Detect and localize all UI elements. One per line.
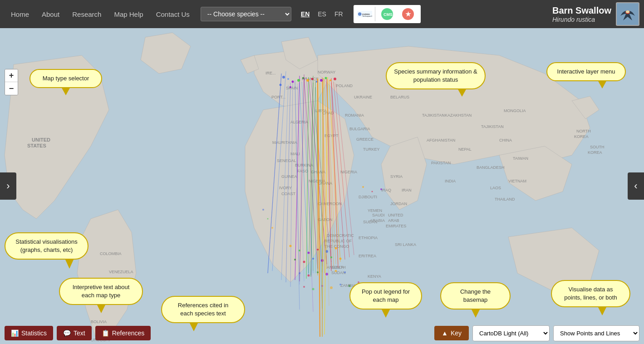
svg-point-136 bbox=[302, 77, 304, 79]
svg-text:CHINA: CHINA bbox=[499, 138, 512, 143]
navbar: Home About Research Map Help Contact Us … bbox=[0, 0, 644, 28]
tooltip-statistical: Statistical visualisations (graphs, char… bbox=[5, 232, 88, 260]
svg-text:YEMEN: YEMEN bbox=[368, 208, 382, 213]
references-button[interactable]: 📋 References bbox=[95, 326, 151, 340]
svg-text:JORDAN: JORDAN bbox=[390, 201, 407, 206]
species-latin-name: Hirundo rustica bbox=[552, 16, 611, 23]
svg-point-138 bbox=[311, 78, 314, 80]
svg-text:SAUDI: SAUDI bbox=[372, 213, 385, 217]
tooltip-pop-legend: Pop out legend for each map bbox=[349, 282, 422, 310]
cms-logo: CMS bbox=[378, 7, 396, 21]
svg-text:KOREA: KOREA bbox=[574, 134, 589, 139]
svg-text:ARAB: ARAB bbox=[388, 218, 399, 223]
svg-text:THAILAND: THAILAND bbox=[495, 197, 515, 201]
svg-point-169 bbox=[349, 285, 351, 287]
svg-point-149 bbox=[317, 249, 319, 251]
svg-text:PAKISTAN: PAKISTAN bbox=[431, 161, 451, 165]
svg-text:GUINEA: GUINEA bbox=[281, 174, 297, 179]
tooltip-map-type: Map type selector bbox=[29, 69, 102, 88]
svg-point-135 bbox=[297, 79, 300, 82]
svg-text:GREECE: GREECE bbox=[356, 137, 374, 142]
svg-text:TURKEY: TURKEY bbox=[363, 147, 380, 152]
svg-text:LAOS: LAOS bbox=[490, 186, 501, 190]
svg-text:IRE...: IRE... bbox=[265, 71, 276, 75]
svg-text:SYRIA: SYRIA bbox=[390, 174, 403, 179]
svg-text:ARABIA: ARABIA bbox=[370, 218, 385, 223]
svg-point-141 bbox=[325, 77, 327, 79]
svg-point-174 bbox=[262, 209, 264, 211]
svg-text:BELARUS: BELARUS bbox=[390, 95, 409, 99]
svg-text:SPAIN: SPAIN bbox=[286, 86, 298, 90]
svg-point-175 bbox=[267, 218, 269, 220]
references-label: References bbox=[112, 329, 145, 337]
svg-text:UNITED: UNITED bbox=[388, 213, 403, 217]
nav-contact[interactable]: Contact Us bbox=[150, 0, 196, 28]
lang-es[interactable]: ES bbox=[315, 9, 329, 20]
svg-text:TAJIKISTAN: TAJIKISTAN bbox=[481, 124, 504, 129]
svg-point-167 bbox=[330, 286, 333, 289]
svg-text:NIGERIA: NIGERIA bbox=[340, 170, 357, 174]
statistics-button[interactable]: 📊 Statistics bbox=[5, 326, 53, 340]
svg-text:NORTH: NORTH bbox=[576, 129, 591, 133]
zoom-out-button[interactable]: − bbox=[5, 82, 18, 95]
svg-text:★: ★ bbox=[405, 10, 411, 18]
svg-text:MAURITANIA: MAURITANIA bbox=[272, 140, 297, 145]
svg-text:CMS: CMS bbox=[383, 12, 393, 17]
text-button[interactable]: 💬 Text bbox=[57, 326, 92, 340]
bird-thumbnail bbox=[616, 2, 639, 26]
svg-point-172 bbox=[372, 191, 373, 192]
language-group: EN ES FR bbox=[298, 9, 346, 20]
nav-about[interactable]: About bbox=[35, 0, 66, 28]
lang-en[interactable]: EN bbox=[298, 9, 313, 20]
svg-text:TAJIKISTAN: TAJIKISTAN bbox=[422, 113, 445, 118]
svg-text:IRAQ: IRAQ bbox=[381, 188, 391, 192]
svg-text:ETHIOPIA: ETHIOPIA bbox=[359, 236, 378, 240]
svg-text:ALGERIA: ALGERIA bbox=[290, 120, 308, 124]
nav-research[interactable]: Research bbox=[66, 0, 108, 28]
references-icon: 📋 bbox=[102, 329, 109, 337]
svg-text:BULGARIA: BULGARIA bbox=[349, 127, 370, 131]
svg-point-154 bbox=[312, 258, 314, 260]
sidebar-arrow-right[interactable]: ‹ bbox=[628, 172, 644, 200]
svg-point-160 bbox=[317, 271, 319, 273]
points-lines-selector[interactable]: Show Points and Lines Show Points Only S… bbox=[553, 325, 639, 341]
map-container[interactable]: UNITED STATES COLOMBIA VENEZUELA BRAZIL … bbox=[0, 28, 644, 344]
svg-point-171 bbox=[362, 186, 364, 188]
zoom-controls: + − bbox=[5, 69, 18, 95]
svg-text:ERITREA: ERITREA bbox=[359, 254, 376, 258]
svg-point-163 bbox=[344, 271, 346, 273]
svg-text:UNITED: UNITED bbox=[32, 137, 50, 143]
svg-point-147 bbox=[299, 250, 300, 251]
svg-text:SOUTH: SOUTH bbox=[590, 145, 605, 149]
svg-text:DEMOCRATIC: DEMOCRATIC bbox=[327, 233, 354, 238]
tooltip-visualise: Visualise data as points, lines, or both bbox=[551, 280, 630, 307]
svg-text:NORWAY: NORWAY bbox=[318, 70, 335, 74]
species-name-box: Barn Swallow Hirundo rustica bbox=[552, 2, 639, 26]
svg-point-161 bbox=[325, 273, 328, 275]
svg-text:ROMANIA: ROMANIA bbox=[345, 113, 364, 118]
third-logo: ★ bbox=[399, 7, 417, 21]
svg-text:NEPAL: NEPAL bbox=[458, 147, 472, 152]
svg-text:COLOMBIA: COLOMBIA bbox=[100, 251, 122, 256]
zoom-in-button[interactable]: + bbox=[5, 69, 18, 82]
sidebar-arrow-left[interactable]: › bbox=[0, 172, 16, 200]
key-chevron-icon: ▲ bbox=[442, 329, 448, 337]
svg-point-159 bbox=[308, 275, 310, 277]
svg-text:SRI LANKA: SRI LANKA bbox=[395, 242, 416, 247]
key-label: Key bbox=[451, 329, 462, 337]
euring-logo: EURING The European Union for Bird Ringi… bbox=[357, 7, 375, 21]
statistics-icon: 📊 bbox=[11, 329, 19, 337]
svg-point-145 bbox=[290, 86, 291, 88]
nav-map-help[interactable]: Map Help bbox=[108, 0, 149, 28]
svg-point-162 bbox=[335, 270, 337, 272]
svg-point-134 bbox=[292, 81, 294, 83]
svg-text:POLAND: POLAND bbox=[336, 84, 353, 88]
species-common-name: Barn Swallow bbox=[552, 5, 611, 16]
nav-home[interactable]: Home bbox=[5, 0, 35, 28]
lang-fr[interactable]: FR bbox=[331, 9, 346, 20]
basemap-selector[interactable]: CartoDB Light (All) CartoDB Dark (All) O… bbox=[472, 325, 550, 341]
svg-point-148 bbox=[308, 252, 310, 254]
key-button[interactable]: ▲ Key bbox=[434, 326, 469, 340]
species-selector[interactable]: -- Choose species -- bbox=[201, 7, 291, 21]
svg-point-137 bbox=[306, 79, 309, 82]
